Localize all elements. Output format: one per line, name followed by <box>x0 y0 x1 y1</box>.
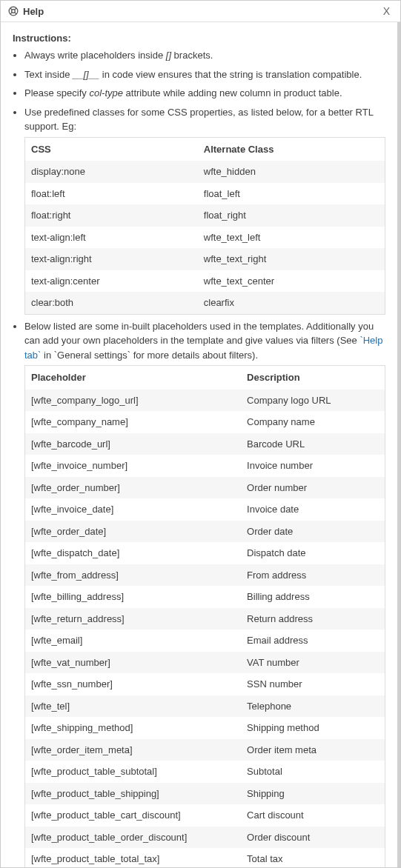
table-row: [wfte_vat_number]VAT number <box>25 652 385 674</box>
description-cell: Order discount <box>241 827 385 849</box>
alt-class-cell: clearfix <box>198 292 385 314</box>
description-cell: Shipping method <box>241 717 385 739</box>
instruction-item: Please specify col-type attribute while … <box>24 86 385 101</box>
placeholder-cell: [wfte_product_table_subtotal] <box>25 761 242 783</box>
placeholder-cell: [wfte_product_table_cart_discount] <box>25 804 242 827</box>
table-row: text-align:centerwfte_text_center <box>25 270 385 293</box>
placeholder-cell: [wfte_company_name] <box>25 411 242 433</box>
placeholder-cell: [wfte_ssn_number] <box>25 673 242 695</box>
placeholder-cell: [wfte_invoice_number] <box>25 455 242 477</box>
description-cell: VAT number <box>241 652 385 674</box>
window-title: Help <box>23 6 380 17</box>
placeholder-cell: [wfte_order_number] <box>25 477 242 499</box>
help-window: Help X Instructions: Always write placeh… <box>0 0 401 868</box>
window-header: Help X <box>1 1 400 22</box>
table-row: [wfte_billing_address]Billing address <box>25 586 385 608</box>
description-cell: Invoice number <box>241 455 385 477</box>
code-pattern: __[]__ <box>73 69 99 80</box>
table-row: [wfte_return_address]Return address <box>25 608 385 630</box>
table-row: float:leftfloat_left <box>25 183 385 205</box>
text: in `General settings` for more details a… <box>41 350 258 361</box>
table-row: float:rightfloat_right <box>25 204 385 227</box>
description-cell: From address <box>241 564 385 587</box>
table-row: [wfte_from_address]From address <box>25 564 385 587</box>
placeholder-cell: [wfte_product_table_total_tax] <box>25 848 242 867</box>
description-cell: Shipping <box>241 783 385 805</box>
table-row: [wfte_dispatch_date]Dispatch date <box>25 542 385 564</box>
alt-class-cell: wfte_hidden <box>198 161 385 183</box>
placeholder-cell: [wfte_return_address] <box>25 608 242 630</box>
table-row: text-align:rightwfte_text_right <box>25 248 385 270</box>
description-cell: Order number <box>241 477 385 499</box>
svg-line-5 <box>15 13 16 14</box>
table-row: [wfte_order_date]Order date <box>25 521 385 543</box>
css-cell: text-align:left <box>25 227 198 249</box>
description-cell: Barcode URL <box>241 433 385 455</box>
table-row: [wfte_company_logo_url]Company logo URL <box>25 390 385 412</box>
table-row: [wfte_product_table_total_tax]Total tax <box>25 848 385 867</box>
description-cell: Total tax <box>241 848 385 867</box>
placeholder-header-placeholder: Placeholder <box>25 366 242 390</box>
table-row: [wfte_tel]Telephone <box>25 695 385 718</box>
placeholder-cell: [wfte_order_item_meta] <box>25 739 242 761</box>
table-row: [wfte_invoice_date]Invoice date <box>25 498 385 521</box>
placeholder-cell: [wfte_email] <box>25 630 242 652</box>
alt-class-cell: float_left <box>198 183 385 205</box>
instruction-item: Text inside __[]__ in code view ensures … <box>24 67 385 82</box>
svg-line-4 <box>10 13 12 14</box>
placeholder-cell: [wfte_from_address] <box>25 564 242 587</box>
description-cell: Order item meta <box>241 739 385 761</box>
table-row: [wfte_product_table_subtotal]Subtotal <box>25 761 385 783</box>
table-row: display:nonewfte_hidden <box>25 161 385 183</box>
help-body[interactable]: Instructions: Always write placeholders … <box>1 22 400 867</box>
text: Please specify <box>24 87 89 99</box>
css-header-css: CSS <box>25 137 198 161</box>
placeholder-cell: [wfte_product_table_shipping] <box>25 783 242 805</box>
description-cell: Dispatch date <box>241 542 385 564</box>
description-cell: Order date <box>241 521 385 543</box>
css-cell: text-align:right <box>25 248 198 270</box>
text: attribute while adding new column in pro… <box>123 87 342 99</box>
placeholder-cell: [wfte_billing_address] <box>25 586 242 608</box>
description-cell: Email address <box>241 630 385 652</box>
placeholder-cell: [wfte_barcode_url] <box>25 433 242 455</box>
css-cell: text-align:center <box>25 270 198 293</box>
css-cell: clear:both <box>25 292 198 314</box>
table-row: [wfte_ssn_number]SSN number <box>25 673 385 695</box>
placeholder-intro: Below listed are some in-built placehold… <box>24 319 385 868</box>
table-row: [wfte_shipping_method]Shipping method <box>25 717 385 739</box>
instructions-list: Always write placeholders inside [] brac… <box>13 48 385 315</box>
alt-class-cell: wfte_text_left <box>198 227 385 249</box>
table-row: [wfte_barcode_url]Barcode URL <box>25 433 385 455</box>
placeholder-cell: [wfte_dispatch_date] <box>25 542 242 564</box>
brackets: [] <box>166 50 171 61</box>
table-row: [wfte_company_name]Company name <box>25 411 385 433</box>
placeholder-header-description: Description <box>241 366 385 390</box>
svg-line-3 <box>15 8 16 10</box>
css-cell: float:left <box>25 183 198 205</box>
instruction-item: Use predefined classes for some CSS prop… <box>24 105 385 315</box>
placeholder-cell: [wfte_tel] <box>25 695 242 718</box>
css-header-alt: Alternate Class <box>198 137 385 161</box>
help-icon <box>8 6 19 16</box>
instruction-item: Always write placeholders inside [] brac… <box>24 48 385 63</box>
table-row: [wfte_product_table_order_discount]Order… <box>25 827 385 849</box>
table-row: [wfte_email]Email address <box>25 630 385 652</box>
placeholder-intro-list: Below listed are some in-built placehold… <box>13 319 385 868</box>
table-row: text-align:leftwfte_text_left <box>25 227 385 249</box>
text: brackets. <box>171 50 213 61</box>
description-cell: SSN number <box>241 673 385 695</box>
placeholder-cell: [wfte_invoice_date] <box>25 498 242 521</box>
description-cell: Cart discount <box>241 804 385 827</box>
close-button[interactable]: X <box>380 5 393 17</box>
description-cell: Invoice date <box>241 498 385 521</box>
css-cell: float:right <box>25 204 198 227</box>
alt-class-cell: wfte_text_right <box>198 248 385 270</box>
text: Use predefined classes for some CSS prop… <box>24 107 373 133</box>
placeholder-table: Placeholder Description [wfte_company_lo… <box>24 365 385 867</box>
description-cell: Subtotal <box>241 761 385 783</box>
placeholder-cell: [wfte_product_table_order_discount] <box>25 827 242 849</box>
alt-class-cell: wfte_text_center <box>198 270 385 293</box>
description-cell: Return address <box>241 608 385 630</box>
table-row: [wfte_product_table_shipping]Shipping <box>25 783 385 805</box>
